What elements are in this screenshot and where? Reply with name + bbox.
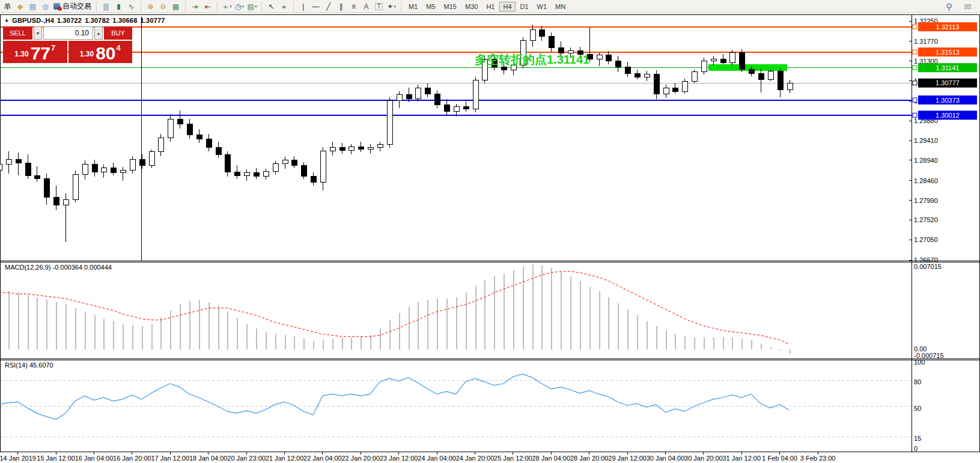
candle (111, 163, 116, 175)
timeframe-button-w1[interactable]: W1 (534, 2, 551, 11)
trendline-icon[interactable]: ╱ (323, 1, 334, 12)
ask-quote-button[interactable]: 1.30 80 4 (68, 41, 133, 63)
candle (225, 151, 230, 177)
toolbar-separator (185, 2, 186, 11)
candle (73, 171, 78, 202)
equidistant-channel-icon[interactable]: ∥ (335, 1, 347, 12)
candle (473, 77, 478, 112)
candle (434, 91, 440, 108)
signals-icon[interactable]: ◍ (40, 1, 51, 12)
timeframe-button-d1[interactable]: D1 (517, 2, 532, 11)
line-chart-icon[interactable]: ∿ (126, 1, 137, 12)
volume-input[interactable]: 0.10 (43, 26, 93, 40)
time-axis-label: 18 Jan 04:00 (189, 455, 228, 462)
candle (44, 174, 49, 205)
text-icon[interactable]: A (361, 1, 372, 12)
ask-prefix: 1.30 (80, 50, 94, 58)
timeframe-button-m15[interactable]: M15 (440, 2, 460, 11)
bid-pip-digit: 7 (51, 43, 55, 52)
candle (635, 70, 640, 80)
toolbar-separator (401, 2, 401, 11)
candle (168, 114, 173, 142)
macd-pane: 0.0070150.00-0.000715 (0, 263, 944, 359)
candle (291, 156, 297, 168)
chart-shift-icon[interactable]: ⇤ (202, 1, 213, 12)
price-tick-label: 1.29410 (914, 137, 938, 144)
one-click-panel-toggle-icon[interactable]: ▲ (4, 18, 9, 23)
rsi-axis-label: 15 (914, 435, 921, 442)
cursor-icon[interactable]: ↖ (266, 1, 277, 12)
horizontal-lines-layer[interactable] (1, 17, 912, 261)
timeframe-button-m5[interactable]: M5 (422, 2, 439, 11)
volume-increase-button[interactable]: ▲ (94, 26, 103, 40)
auto-scroll-icon[interactable]: ⇥ (189, 1, 201, 12)
fibonacci-icon[interactable]: ≡ (348, 1, 359, 12)
candle (682, 79, 687, 94)
autotrading-button[interactable]: 自动交易 (53, 1, 91, 11)
zoom-out-icon[interactable]: ⊖ (157, 1, 169, 12)
ohlc-close: 1.30777 (140, 17, 165, 24)
price-tick-label: 1.27520 (914, 216, 938, 223)
chart-canvas[interactable]: 1.322501.317701.313001.308301.303501.298… (0, 0, 980, 463)
candle (330, 142, 335, 155)
svg-text:1.31513: 1.31513 (936, 49, 960, 56)
dropdown-caret-icon: ▾ (394, 4, 396, 8)
candlestick-chart-icon[interactable]: ▮ (113, 1, 124, 12)
candle (273, 161, 278, 174)
timeframe-button-h4[interactable]: H4 (499, 2, 515, 11)
new-order-icon[interactable]: 单 (2, 1, 13, 12)
candle (463, 101, 469, 112)
bar-chart-icon[interactable]: ||| (100, 1, 112, 12)
rsi-indicator-label: RSI(14) 45.6070 (5, 362, 53, 369)
price-badge: 1.31141 (913, 63, 977, 72)
sell-button[interactable]: SELL (3, 26, 32, 40)
crosshair-icon[interactable]: ＋ (278, 1, 290, 12)
timeframe-button-m1[interactable]: M1 (405, 2, 421, 11)
time-axis: 14 Jan 201915 Jan 12:0016 Jan 04:0016 Ja… (0, 452, 835, 462)
bid-quote-button[interactable]: 1.30 77 7 (3, 41, 67, 63)
buy-button[interactable]: BUY (104, 26, 132, 40)
time-axis-label: 30 Jan 20:00 (684, 455, 723, 462)
candle (244, 169, 249, 180)
chat-icon[interactable]: ✉ (962, 1, 973, 12)
templates-icon[interactable]: ▤▾ (246, 1, 258, 12)
candle (615, 56, 621, 72)
candle (358, 142, 364, 152)
tile-windows-icon[interactable]: ▦ (170, 1, 181, 12)
candle (729, 50, 735, 65)
candle (196, 129, 202, 142)
data-window-icon[interactable]: ▤ (27, 1, 38, 12)
candle (177, 110, 183, 128)
horizontal-line-icon[interactable]: — (310, 1, 321, 12)
ask-pip-digit: 4 (117, 43, 121, 52)
price-tick-label: 1.28460 (914, 177, 938, 184)
autotrading-icon (53, 3, 60, 10)
mt4-window: 单◆▤◍自动交易|||▮∿⊕⊖▦⇥⇤＋▾◷▾▤▾↖＋|—╱∥≡AT✦▾M1M5M… (0, 0, 980, 463)
candle (397, 91, 402, 108)
candle (625, 62, 630, 77)
periods-icon[interactable]: ◷▾ (234, 1, 245, 12)
macd-axis-max: 0.007015 (914, 263, 942, 270)
candle (339, 143, 345, 154)
price-badge: 1.31513 (913, 47, 977, 56)
chart-annotation-text: 多空转折的点1.31141 (475, 52, 589, 68)
price-badge: 1.30012 (913, 110, 977, 120)
zoom-in-icon[interactable]: ⊕ (145, 1, 156, 12)
timeframe-button-h1[interactable]: H1 (482, 2, 498, 11)
arrows-icon[interactable]: ✦▾ (386, 1, 397, 12)
timeframe-button-m30[interactable]: M30 (461, 2, 481, 11)
price-tick-label: 1.27050 (914, 236, 938, 243)
candle (597, 53, 602, 66)
search-icon[interactable]: ⚲ (943, 1, 955, 12)
metaeditor-icon[interactable]: ◆ (14, 1, 26, 12)
toolbar-separator (141, 2, 141, 11)
add-indicator-icon[interactable]: ＋▾ (221, 1, 233, 12)
volume-decrease-button[interactable]: ▼ (34, 26, 42, 40)
text-label-icon[interactable]: T (373, 1, 385, 12)
toolbar-separator (217, 2, 218, 11)
timeframe-button-mn[interactable]: MN (552, 2, 569, 11)
highlight-rectangle[interactable] (708, 64, 788, 71)
candle (16, 153, 21, 175)
rsi-axis-label: 50 (914, 405, 921, 412)
vertical-line-icon[interactable]: | (297, 1, 309, 12)
